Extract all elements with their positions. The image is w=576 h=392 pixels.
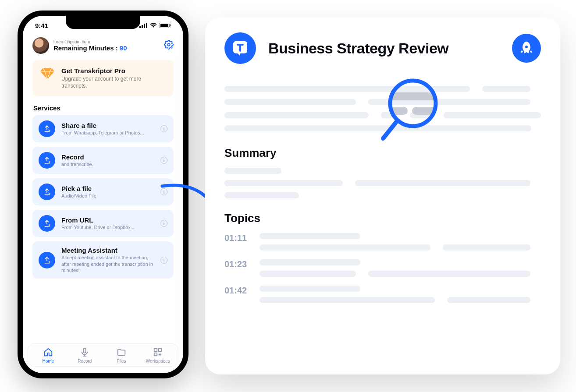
remaining-minutes: Remaining Minutes : 90 <box>53 44 160 52</box>
service-text: Share a file From Whatsapp, Telegram or … <box>61 122 154 136</box>
topic-lines <box>260 233 541 256</box>
promo-subtitle: Upgrade your account to get more transcr… <box>61 75 166 89</box>
svg-point-7 <box>167 43 170 46</box>
svg-rect-3 <box>146 23 147 28</box>
svg-rect-0 <box>139 26 141 28</box>
info-icon[interactable]: i <box>160 220 167 227</box>
upload-icon <box>39 215 55 232</box>
svg-rect-8 <box>84 348 86 353</box>
placeholder-line <box>443 244 530 251</box>
service-text: From URL From Youtube, Drive or Dropbox.… <box>61 216 154 230</box>
battery-icon <box>160 22 171 29</box>
placeholder-line <box>260 286 360 292</box>
placeholder-line <box>447 297 530 303</box>
tab-files[interactable]: Files <box>103 347 140 364</box>
topic-row[interactable]: 01:23 <box>224 259 541 282</box>
phone-screen: 9:41 lorem@ipsum.com Remainin <box>23 16 183 373</box>
placeholder-line <box>482 86 530 92</box>
remaining-label: Remaining Minutes : <box>53 44 118 52</box>
svg-rect-10 <box>159 349 161 351</box>
placeholder-line <box>224 125 531 131</box>
placeholder-line <box>260 271 356 277</box>
service-text: Meeting Assistant Accept meeting assista… <box>61 247 154 273</box>
service-pick-file[interactable]: Pick a file Audio/Video File i <box>32 178 174 205</box>
placeholder-line <box>368 271 530 277</box>
svg-rect-1 <box>142 25 143 28</box>
svg-rect-9 <box>154 349 157 351</box>
phone-frame: 9:41 lorem@ipsum.com Remainin <box>18 11 188 378</box>
summary-block <box>224 168 541 198</box>
service-share-file[interactable]: Share a file From Whatsapp, Telegram or … <box>32 115 174 142</box>
svg-rect-5 <box>160 24 168 27</box>
info-icon[interactable]: i <box>160 188 167 195</box>
summary-header: Summary <box>224 146 541 160</box>
tab-label: Home <box>42 359 54 364</box>
placeholder-line <box>444 112 541 118</box>
topic-lines <box>260 259 541 282</box>
service-record[interactable]: Record and transcribe. i <box>32 147 174 174</box>
topic-row[interactable]: 01:42 <box>224 286 541 308</box>
placeholder-line <box>224 112 369 118</box>
tab-record[interactable]: Record <box>67 347 103 364</box>
tab-label: Record <box>78 359 92 364</box>
tab-home[interactable]: Home <box>30 347 67 364</box>
svg-rect-2 <box>144 24 145 28</box>
profile-text: lorem@ipsum.com Remaining Minutes : 90 <box>53 39 160 52</box>
service-subtitle: Audio/Video File <box>61 193 154 199</box>
service-subtitle: and transcribe. <box>61 161 154 167</box>
document-card: Business Strategy Review Summary Topics <box>205 18 560 374</box>
topic-lines <box>260 286 541 308</box>
placeholder-line <box>224 99 356 105</box>
service-title: Meeting Assistant <box>61 247 154 254</box>
mic-icon <box>80 347 89 358</box>
placeholder-line <box>410 112 431 118</box>
topic-time: 01:11 <box>224 233 250 243</box>
promo-text: Get Transkriptor Pro Upgrade your accoun… <box>61 67 166 89</box>
service-meeting-assistant[interactable]: Meeting Assistant Accept meeting assista… <box>32 241 174 279</box>
info-icon[interactable]: i <box>160 257 167 264</box>
promo-title: Get Transkriptor Pro <box>61 67 166 74</box>
wifi-icon <box>150 22 157 29</box>
svg-rect-6 <box>170 25 171 27</box>
app-logo-icon <box>224 32 256 64</box>
user-email: lorem@ipsum.com <box>53 39 160 44</box>
services-header: Services <box>33 104 174 112</box>
service-title: Pick a file <box>61 185 154 192</box>
placeholder-line <box>224 86 470 92</box>
content-preview <box>224 86 541 131</box>
status-icons <box>139 22 171 29</box>
app-content: lorem@ipsum.com Remaining Minutes : 90 G… <box>23 29 183 279</box>
service-from-url[interactable]: From URL From Youtube, Drive or Dropbox.… <box>32 210 174 237</box>
doc-header: Business Strategy Review <box>224 32 541 64</box>
placeholder-line <box>260 297 435 303</box>
rocket-icon[interactable] <box>512 34 541 63</box>
svg-rect-11 <box>154 353 157 356</box>
info-icon[interactable]: i <box>160 125 167 132</box>
placeholder-line <box>224 168 281 174</box>
promo-card[interactable]: Get Transkriptor Pro Upgrade your accoun… <box>32 60 174 96</box>
doc-title: Business Strategy Review <box>268 40 500 57</box>
profile-row: lorem@ipsum.com Remaining Minutes : 90 <box>32 37 174 54</box>
placeholder-line <box>224 192 299 198</box>
placeholder-line <box>260 259 360 265</box>
tab-label: Files <box>117 359 126 364</box>
folder-icon <box>117 347 126 358</box>
service-title: Record <box>61 153 154 161</box>
grid-icon <box>153 347 163 358</box>
service-subtitle: From Whatsapp, Telegram or Photos... <box>61 130 154 136</box>
signal-icon <box>139 22 147 29</box>
placeholder-line <box>368 99 530 105</box>
service-text: Record and transcribe. <box>61 153 154 167</box>
service-text: Pick a file Audio/Video File <box>61 185 154 199</box>
service-subtitle: From Youtube, Drive or Dropbox... <box>61 224 154 230</box>
remaining-value: 90 <box>120 44 127 52</box>
topic-time: 01:42 <box>224 286 250 296</box>
service-title: Share a file <box>61 122 154 129</box>
placeholder-line <box>260 244 430 251</box>
gear-icon[interactable] <box>164 40 174 51</box>
avatar[interactable] <box>32 37 49 54</box>
topic-row[interactable]: 01:11 <box>224 233 541 256</box>
tab-workspaces[interactable]: Workspaces <box>140 347 177 364</box>
placeholder-line <box>260 233 360 239</box>
info-icon[interactable]: i <box>160 157 167 164</box>
